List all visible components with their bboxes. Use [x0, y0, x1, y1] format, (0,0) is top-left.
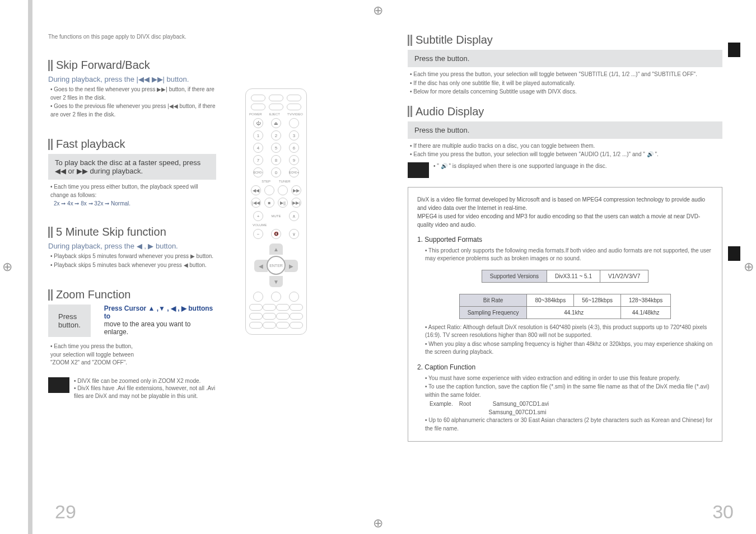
sf1-b: This product only supports the following… [425, 247, 713, 263]
cf1: You must have some experience with video… [425, 374, 713, 383]
page-number-left: 29 [55, 501, 76, 523]
zoom-press: Press [58, 312, 77, 321]
fivemin-title: 5 Minute Skip function [56, 226, 166, 238]
left-page: The functions on this page apply to DIVX… [28, 0, 385, 534]
fivemin-b2: Playback skips 5 minutes back whenever y… [50, 261, 216, 270]
fivemin-subhead: During playback, press the ◀ , ▶ button. [48, 242, 216, 250]
cf3: Example. Root Samsung_007CD1.avi [430, 400, 713, 408]
zoom-cursor-text: Press Cursor ▲ ,▼ , ◀ , ▶ buttons to mov… [104, 305, 216, 336]
fivemin-heading: 5 Minute Skip function [48, 226, 216, 238]
sf2-head: 2. Caption Function [417, 362, 713, 372]
cf5: Up to 60 alphanumeric characters or 30 E… [425, 416, 713, 433]
supported-versions-table: Supported Versions DivX3.11 ~ 5.1 V1/V2/… [482, 266, 648, 283]
audio-note-icon [408, 162, 429, 178]
intro-text: The functions on this page apply to DIVX… [48, 34, 363, 40]
bitrate-table: Bit Rate 80~384kbps 56~128kbps 128~384kb… [459, 291, 671, 319]
fast-subhead: To play back the disc at a faster speed,… [48, 154, 216, 180]
audio-b1: If there are multiple audio tracks on a … [410, 142, 722, 151]
fast-speeds: 2x ➞ 4x ➞ 8x ➞ 32x ➞ Normal. [54, 200, 216, 207]
skip-title: Skip Forward/Back [56, 59, 150, 72]
audio-b2: Each time you press the button, your sel… [410, 151, 722, 159]
zoom-cursor1: Press Cursor ▲ ,▼ , ◀ , ▶ buttons to [104, 305, 213, 320]
zoom-heading: Zoom Function [48, 288, 216, 301]
box-p1: DivX is a video file format developed by… [417, 195, 713, 212]
box-p2: MPEG4 is used for video encoding and MP3… [417, 212, 713, 229]
cf4: Samsung_007CD1.smi [430, 408, 713, 416]
note-icon [48, 377, 69, 393]
fast-title: Fast playback [56, 138, 125, 151]
remote-diagram: POWEREJECTTV/VIDEO ⏻⏏ 123 456 789 ECHO-0… [245, 88, 307, 335]
audio-heading: Audio Display [408, 105, 722, 118]
info-box: DivX is a video file format developed by… [408, 187, 722, 442]
skip-subhead: During playback, press the |◀◀ ▶▶| butto… [48, 75, 216, 83]
skip-heading: Skip Forward/Back [48, 59, 216, 72]
subtitle-b2: If the disc has only one subtitle file, … [410, 79, 722, 88]
subtitle-bar: Press the button. [408, 50, 722, 67]
subtitle-b3: Below for more details concerning Subtit… [410, 88, 722, 96]
zoom-title: Zoom Function [56, 288, 130, 301]
audio-bar: Press the button. [408, 121, 722, 139]
cf2: To use the caption function, save the ca… [425, 383, 713, 399]
zoom-cursor2: move to the area you want to enlarge. [104, 320, 191, 336]
subtitle-b1: Each time you press the button, your sel… [410, 71, 722, 79]
tab-indicator-mid [728, 246, 740, 261]
zoom-press-box: Press button. [48, 305, 91, 337]
fivemin-b1: Playback skips 5 minutes forward wheneve… [50, 252, 216, 261]
zoom-button: button. [58, 321, 81, 329]
right-page: Subtitle Display Press the button. Each … [385, 0, 756, 534]
note2: • DivX files have .Avi file extensions, … [74, 385, 216, 400]
asp2: When you play a disc whose sampling freq… [425, 340, 713, 357]
page-number-right: 30 [712, 501, 734, 523]
subtitle-title: Subtitle Display [416, 34, 493, 46]
audio-title: Audio Display [416, 105, 484, 118]
sf1-head: 1. Supported Formats [417, 235, 713, 245]
subtitle-heading: Subtitle Display [408, 34, 722, 46]
skip-b1: Goes to the next file whenever you press… [50, 86, 216, 102]
note1: • DIVX file can be zoomed only in ZOOM X… [74, 377, 216, 385]
skip-b2: Goes to the previous file whenever you p… [50, 102, 216, 119]
fast-b1: Each time you press either button, the p… [50, 183, 216, 199]
tab-indicator-top [728, 43, 740, 57]
asp1: Aspect Ratio: Although default DivX reso… [425, 324, 713, 340]
zoom-b1: Each time you press the button, your sel… [50, 343, 140, 367]
fast-heading: Fast playback [48, 138, 216, 151]
audio-note: " 🔊 " is displayed when there is one sup… [437, 163, 606, 169]
crop-mark-left: ⊕ [2, 260, 12, 274]
